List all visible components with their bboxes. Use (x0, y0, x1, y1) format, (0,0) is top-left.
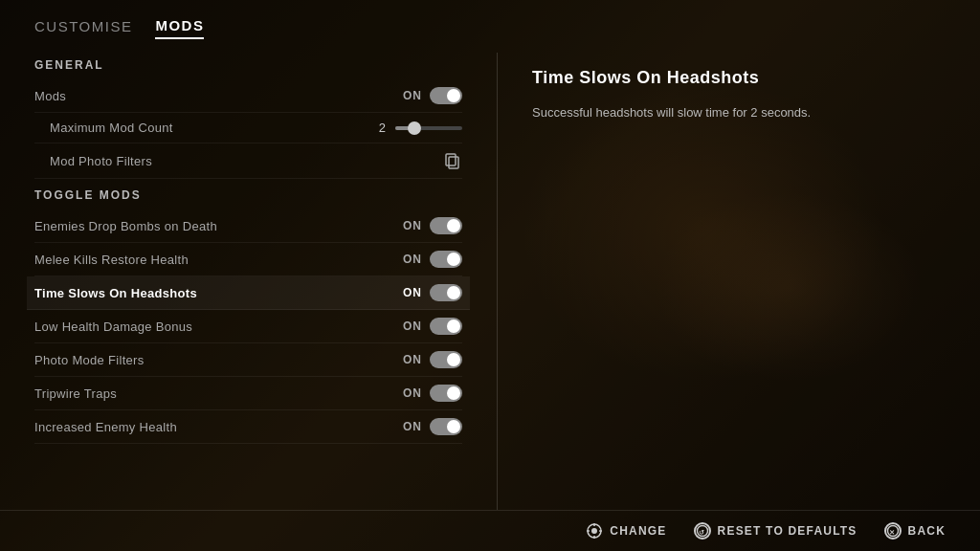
back-icon: ✕ (884, 522, 902, 540)
photo-mode-on-label: ON (403, 353, 422, 366)
svg-text:↺: ↺ (699, 529, 705, 536)
enemies-drop-bombs-on-label: ON (403, 219, 422, 232)
change-icon (586, 522, 603, 540)
setting-row-melee-kills[interactable]: Melee Kills Restore Health ON (34, 243, 462, 276)
svg-point-3 (591, 528, 597, 534)
slider-container-mod-count[interactable]: 2 (372, 121, 462, 135)
time-slows-on-label: ON (403, 286, 422, 299)
reset-icon: ↺ (694, 522, 711, 540)
setting-row-enemies-drop-bombs[interactable]: Enemies Drop Bombs on Death ON (34, 209, 462, 243)
setting-label-low-health-damage: Low Health Damage Bonus (34, 320, 192, 334)
setting-row-mods[interactable]: Mods ON (34, 79, 462, 113)
change-label: CHANGE (610, 524, 666, 538)
setting-right-enemies-drop-bombs: ON (403, 217, 462, 234)
setting-row-mod-photo-filters[interactable]: Mod Photo Filters (34, 143, 462, 179)
general-section-title: GENERAL (34, 58, 462, 72)
left-panel: GENERAL Mods ON Maximum Mod Count 2 (0, 53, 498, 510)
setting-label-photo-mode-filters: Photo Mode Filters (34, 353, 145, 367)
setting-row-increased-enemy-health[interactable]: Increased Enemy Health ON (34, 410, 462, 444)
low-health-toggle[interactable] (430, 318, 462, 335)
setting-label-melee-kills: Melee Kills Restore Health (34, 253, 189, 267)
setting-row-tripwire-traps[interactable]: Tripwire Traps ON (34, 377, 462, 410)
setting-right-mod-photo-filters (443, 151, 462, 170)
svg-rect-4 (594, 523, 596, 526)
time-slows-toggle[interactable] (430, 284, 462, 301)
setting-right-photo-mode-filters: ON (403, 351, 462, 368)
setting-label-increased-enemy-health: Increased Enemy Health (34, 420, 177, 434)
setting-right-increased-enemy-health: ON (403, 418, 462, 435)
setting-label-enemies-drop-bombs: Enemies Drop Bombs on Death (34, 219, 217, 233)
setting-label-max-mod-count: Maximum Mod Count (50, 121, 173, 135)
setting-label-time-slows: Time Slows On Headshots (34, 286, 197, 300)
svg-text:✕: ✕ (889, 529, 896, 536)
reset-button[interactable]: ↺ RESET TO DEFAULTS (694, 522, 858, 540)
reset-label: RESET TO DEFAULTS (718, 524, 858, 538)
setting-right-melee-kills: ON (403, 251, 462, 268)
toggle-mods-section-title: TOGGLE MODS (34, 188, 462, 202)
setting-right-tripwire-traps: ON (403, 385, 462, 402)
back-label: BACK (908, 524, 946, 538)
detail-description: Successful headshots will slow time for … (532, 103, 838, 123)
tab-customise[interactable]: CUSTOMISE (34, 18, 132, 38)
increased-enemy-toggle[interactable] (430, 418, 462, 435)
setting-right-low-health-damage: ON (403, 318, 462, 335)
setting-row-low-health-damage[interactable]: Low Health Damage Bonus ON (34, 310, 462, 343)
svg-rect-6 (587, 530, 590, 532)
setting-label-tripwire-traps: Tripwire Traps (34, 386, 117, 401)
melee-kills-toggle[interactable] (430, 251, 462, 268)
tab-mods[interactable]: MODS (155, 17, 204, 39)
slider-thumb-mod-count[interactable] (408, 121, 421, 135)
enemies-drop-bombs-toggle[interactable] (430, 217, 462, 234)
header: CUSTOMISE MODS (0, 0, 980, 39)
svg-rect-7 (599, 530, 602, 532)
low-health-on-label: ON (403, 320, 422, 333)
tripwire-on-label: ON (403, 386, 422, 400)
back-button[interactable]: ✕ BACK (884, 522, 946, 540)
setting-row-max-mod-count[interactable]: Maximum Mod Count 2 (34, 113, 462, 143)
footer: CHANGE ↺ RESET TO DEFAULTS ✕ BACK (0, 510, 980, 551)
setting-row-photo-mode-filters[interactable]: Photo Mode Filters ON (34, 343, 462, 377)
setting-label-mod-photo-filters: Mod Photo Filters (50, 154, 152, 168)
mods-on-label: ON (403, 89, 422, 102)
photo-mode-toggle[interactable] (430, 351, 462, 368)
increased-enemy-on-label: ON (403, 420, 422, 433)
detail-title: Time Slows On Headshots (532, 68, 946, 88)
melee-kills-on-label: ON (403, 253, 422, 266)
setting-label-mods: Mods (34, 89, 66, 103)
mods-toggle[interactable] (430, 87, 462, 104)
setting-right-time-slows: ON (403, 284, 462, 301)
right-panel: Time Slows On Headshots Successful heads… (498, 53, 980, 510)
change-button[interactable]: CHANGE (586, 522, 666, 540)
setting-right-mods: ON (403, 87, 462, 104)
slider-value-mod-count: 2 (372, 121, 386, 135)
setting-row-time-slows[interactable]: Time Slows On Headshots ON (27, 276, 470, 310)
slider-track-mod-count[interactable] (395, 126, 462, 130)
setting-right-max-mod-count: 2 (372, 121, 462, 135)
svg-rect-1 (446, 154, 456, 165)
tripwire-toggle[interactable] (430, 385, 462, 402)
content-area: GENERAL Mods ON Maximum Mod Count 2 (0, 39, 980, 510)
svg-rect-5 (594, 536, 596, 539)
copy-icon (443, 151, 462, 170)
